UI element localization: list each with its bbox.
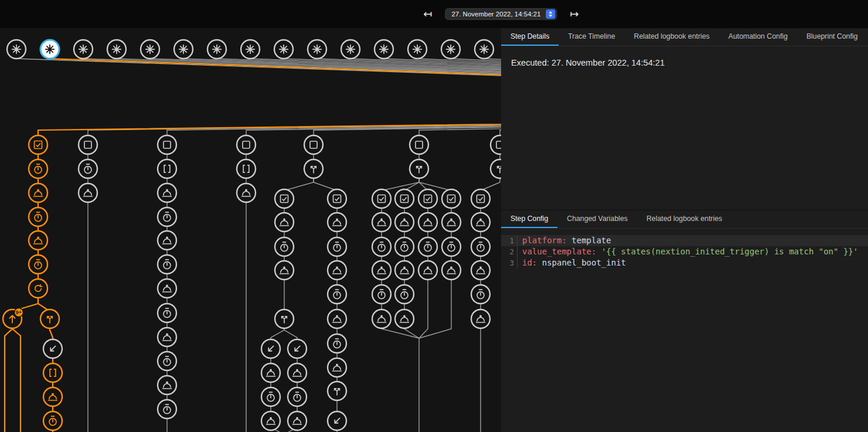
trace-node-timer[interactable] <box>158 255 176 274</box>
trace-node-split[interactable] <box>275 309 294 328</box>
trace-node-brackets[interactable] <box>237 159 256 178</box>
code-line-1[interactable]: 1platform: template <box>501 235 868 246</box>
trace-node-timer[interactable] <box>328 334 346 353</box>
trace-node-dome[interactable] <box>43 387 62 406</box>
trace-node-dome[interactable] <box>372 309 391 328</box>
trace-node-dome[interactable] <box>328 213 346 232</box>
trace-node-square[interactable] <box>304 135 323 154</box>
trace-node-dome[interactable] <box>442 213 461 232</box>
trace-node-timer[interactable] <box>442 237 461 256</box>
trace-node-split[interactable] <box>40 309 59 328</box>
trace-node-timer[interactable] <box>395 285 414 304</box>
code-line-3[interactable]: 3id: nspanel_boot_init <box>501 257 868 268</box>
tab-step-details[interactable]: Step Details <box>501 28 559 46</box>
trace-node-checkbox[interactable] <box>275 189 294 208</box>
trace-node-dome[interactable] <box>372 213 391 232</box>
trace-node-dome[interactable] <box>29 183 47 202</box>
trace-node-dome[interactable] <box>395 261 414 280</box>
trace-node-dome[interactable] <box>261 363 280 382</box>
trace-node-checkbox[interactable] <box>372 189 391 208</box>
trace-node-split[interactable] <box>304 159 323 178</box>
trace-node-dome[interactable] <box>288 411 307 430</box>
trace-node-dome[interactable] <box>158 279 176 298</box>
tab-related-logbook-entries[interactable]: Related logbook entries <box>637 210 731 228</box>
trace-node-arrow-bl[interactable] <box>328 411 346 430</box>
trace-node-dome[interactable] <box>418 261 437 280</box>
trace-node-dome[interactable] <box>395 309 414 328</box>
trace-node-arrow-bl[interactable] <box>288 339 307 358</box>
trace-node-timer[interactable] <box>43 411 62 430</box>
trace-node-dome[interactable] <box>288 363 307 382</box>
tab-changed-variables[interactable]: Changed Variables <box>557 210 637 228</box>
trace-node-dome[interactable] <box>328 261 346 280</box>
trace-node-asterisk[interactable] <box>207 40 226 59</box>
tab-step-config[interactable]: Step Config <box>501 210 557 228</box>
trace-node-dome[interactable] <box>328 358 346 377</box>
trace-node-dome[interactable] <box>29 231 47 250</box>
trace-node-asterisk[interactable] <box>74 40 93 59</box>
trace-node-checkbox[interactable] <box>418 189 437 208</box>
trace-node-dome[interactable] <box>442 261 461 280</box>
trace-node-timer[interactable] <box>372 285 391 304</box>
trace-node-timer[interactable] <box>158 400 176 419</box>
trace-node-checkbox[interactable] <box>29 135 47 154</box>
trace-node-asterisk[interactable] <box>408 40 427 59</box>
trace-node-checkbox[interactable] <box>395 189 414 208</box>
trace-node-dome[interactable] <box>158 328 176 346</box>
trace-node-dome[interactable] <box>158 376 176 394</box>
next-trace-button[interactable]: ↦ <box>570 9 579 19</box>
trace-node-timer[interactable] <box>288 387 307 406</box>
trace-node-timer[interactable] <box>79 159 97 178</box>
trace-node-checkbox[interactable] <box>471 189 490 208</box>
trace-node-dome[interactable] <box>275 261 294 280</box>
trace-node-asterisk[interactable] <box>141 40 159 59</box>
trace-node-split[interactable] <box>491 159 501 178</box>
trace-node-square[interactable] <box>79 135 97 154</box>
trace-node-timer[interactable] <box>261 387 280 406</box>
trace-node-asterisk[interactable] <box>341 40 360 59</box>
trace-node-timer[interactable] <box>328 285 346 304</box>
trace-node-dome[interactable] <box>395 213 414 232</box>
trace-node-brackets[interactable] <box>43 363 62 382</box>
trace-node-square[interactable] <box>410 135 428 154</box>
trace-node-asterisk[interactable] <box>475 40 493 59</box>
trace-node-repeat[interactable] <box>29 279 47 298</box>
trace-node-timer[interactable] <box>471 285 490 304</box>
code-line-2[interactable]: 2value_template: '{{ states(nextion_init… <box>501 246 868 257</box>
trace-node-timer[interactable] <box>395 237 414 256</box>
trace-node-asterisk[interactable] <box>308 40 326 59</box>
trace-node-timer[interactable] <box>29 255 47 274</box>
trace-node-dome[interactable] <box>261 411 280 430</box>
trace-node-timer[interactable] <box>328 237 346 256</box>
trace-node-timer[interactable] <box>158 352 176 370</box>
trace-node-timer[interactable] <box>158 304 176 322</box>
trace-node-dome[interactable] <box>275 213 294 232</box>
trace-node-timer[interactable] <box>29 208 47 226</box>
trace-node-asterisk[interactable] <box>7 40 26 59</box>
trace-node-dome[interactable] <box>471 213 490 232</box>
trace-node-dome[interactable] <box>158 183 176 202</box>
trace-node-timer[interactable] <box>418 237 437 256</box>
trace-node-brackets[interactable] <box>158 159 176 178</box>
stepper-icon[interactable] <box>546 9 556 19</box>
trace-node-split[interactable] <box>410 159 428 178</box>
trace-node-dome[interactable] <box>418 213 437 232</box>
tab-blueprint-config[interactable]: Blueprint Config <box>797 28 867 46</box>
trace-node-asterisk[interactable] <box>174 40 193 59</box>
trace-node-dome[interactable] <box>79 183 97 202</box>
trace-node-dome[interactable] <box>471 261 490 280</box>
trace-node-timer[interactable] <box>29 159 47 178</box>
trace-node-arrow-bl[interactable] <box>43 339 62 358</box>
trace-node-timer[interactable] <box>471 237 490 256</box>
trace-node-timer[interactable] <box>275 237 294 256</box>
trace-node-dome[interactable] <box>328 309 346 328</box>
trace-node-split[interactable] <box>328 382 346 400</box>
trace-node-arrow-bl[interactable] <box>261 339 280 358</box>
trace-node-dome[interactable] <box>471 309 490 328</box>
trace-node-asterisk[interactable] <box>40 40 59 59</box>
trace-node-asterisk[interactable] <box>241 40 260 59</box>
trace-node-asterisk[interactable] <box>375 40 393 59</box>
trace-node-dome[interactable] <box>372 261 391 280</box>
trace-node-timer[interactable] <box>158 208 176 226</box>
trace-node-asterisk[interactable] <box>107 40 126 59</box>
